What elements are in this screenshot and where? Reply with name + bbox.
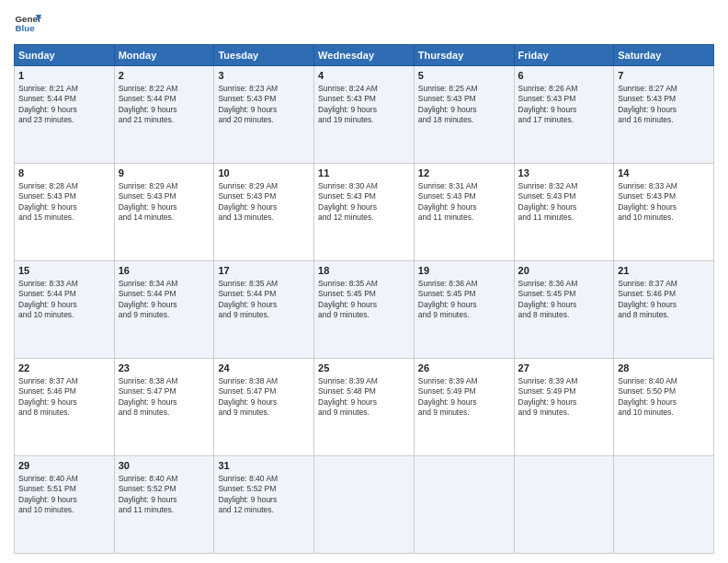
day-cell: 27Sunrise: 8:39 AMSunset: 5:49 PMDayligh… (514, 359, 614, 456)
daylight-minutes: and 19 minutes. (318, 115, 373, 124)
daylight-minutes: and 9 minutes. (318, 408, 370, 417)
daylight-text: Daylight: 9 hours (218, 495, 277, 504)
daylight-minutes: and 9 minutes. (418, 310, 470, 319)
daylight-text: Daylight: 9 hours (518, 202, 577, 212)
daylight-minutes: and 17 minutes. (518, 115, 574, 124)
sunset-text: Sunset: 5:43 PM (318, 94, 376, 103)
day-cell (514, 456, 614, 554)
daylight-text: Daylight: 9 hours (518, 300, 577, 309)
day-cell: 14Sunrise: 8:33 AMSunset: 5:43 PMDayligh… (614, 164, 714, 261)
day-cell: 7Sunrise: 8:27 AMSunset: 5:43 PMDaylight… (614, 66, 714, 164)
day-number: 15 (18, 264, 110, 278)
calendar-table: Sunday Monday Tuesday Wednesday Thursday… (14, 44, 714, 554)
day-number: 3 (218, 69, 310, 83)
day-cell: 6Sunrise: 8:26 AMSunset: 5:43 PMDaylight… (514, 66, 614, 164)
sunset-text: Sunset: 5:43 PM (418, 94, 476, 103)
sunset-text: Sunset: 5:46 PM (618, 289, 676, 298)
sunset-text: Sunset: 5:47 PM (119, 386, 176, 396)
day-number: 27 (518, 362, 610, 375)
daylight-minutes: and 9 minutes. (518, 408, 570, 417)
sunrise-text: Sunrise: 8:32 AM (518, 181, 578, 190)
col-saturday: Saturday (614, 45, 714, 66)
week-row-5: 29Sunrise: 8:40 AMSunset: 5:51 PMDayligh… (15, 456, 714, 554)
sunset-text: Sunset: 5:43 PM (218, 94, 276, 103)
sunset-text: Sunset: 5:46 PM (18, 386, 76, 396)
daylight-text: Daylight: 9 hours (318, 105, 377, 114)
daylight-minutes: and 23 minutes. (18, 115, 74, 124)
daylight-text: Daylight: 9 hours (218, 300, 277, 309)
daylight-minutes: and 9 minutes. (218, 310, 269, 319)
sunrise-text: Sunrise: 8:40 AM (218, 474, 278, 483)
day-number: 19 (418, 264, 510, 278)
col-thursday: Thursday (414, 45, 514, 66)
daylight-text: Daylight: 9 hours (119, 105, 177, 114)
sunset-text: Sunset: 5:47 PM (218, 386, 276, 396)
daylight-minutes: and 12 minutes. (318, 213, 373, 222)
daylight-text: Daylight: 9 hours (618, 105, 677, 114)
daylight-text: Daylight: 9 hours (18, 495, 77, 504)
daylight-minutes: and 21 minutes. (119, 115, 174, 124)
day-number: 13 (518, 167, 610, 180)
daylight-minutes: and 9 minutes. (119, 310, 170, 319)
daylight-text: Daylight: 9 hours (218, 105, 277, 114)
daylight-text: Daylight: 9 hours (418, 397, 477, 407)
sunset-text: Sunset: 5:45 PM (518, 289, 576, 298)
sunrise-text: Sunrise: 8:36 AM (518, 279, 578, 288)
day-number: 17 (218, 264, 310, 278)
sunrise-text: Sunrise: 8:24 AM (318, 84, 378, 93)
daylight-minutes: and 14 minutes. (119, 213, 174, 222)
sunrise-text: Sunrise: 8:35 AM (318, 279, 378, 288)
day-cell: 11Sunrise: 8:30 AMSunset: 5:43 PMDayligh… (314, 164, 415, 261)
day-cell: 29Sunrise: 8:40 AMSunset: 5:51 PMDayligh… (15, 456, 115, 554)
col-friday: Friday (514, 45, 614, 66)
day-cell: 9Sunrise: 8:29 AMSunset: 5:43 PMDaylight… (114, 164, 214, 261)
daylight-text: Daylight: 9 hours (618, 202, 677, 212)
day-number: 23 (119, 362, 210, 375)
sunrise-text: Sunrise: 8:35 AM (218, 279, 278, 288)
daylight-text: Daylight: 9 hours (218, 397, 277, 407)
daylight-text: Daylight: 9 hours (119, 300, 177, 309)
day-cell: 18Sunrise: 8:35 AMSunset: 5:45 PMDayligh… (314, 261, 415, 359)
sunrise-text: Sunrise: 8:37 AM (18, 376, 78, 385)
day-number: 21 (618, 264, 710, 278)
daylight-minutes: and 18 minutes. (418, 115, 473, 124)
day-number: 9 (119, 167, 210, 180)
sunset-text: Sunset: 5:50 PM (618, 386, 676, 396)
daylight-minutes: and 9 minutes. (218, 408, 269, 417)
daylight-minutes: and 8 minutes. (518, 310, 570, 319)
daylight-text: Daylight: 9 hours (18, 202, 77, 212)
day-cell: 12Sunrise: 8:31 AMSunset: 5:43 PMDayligh… (414, 164, 514, 261)
sunset-text: Sunset: 5:43 PM (418, 191, 476, 201)
sunrise-text: Sunrise: 8:23 AM (218, 84, 278, 93)
day-cell: 23Sunrise: 8:38 AMSunset: 5:47 PMDayligh… (114, 359, 214, 456)
day-cell: 1Sunrise: 8:21 AMSunset: 5:44 PMDaylight… (15, 66, 115, 164)
sunrise-text: Sunrise: 8:39 AM (518, 376, 578, 385)
header-row: Sunday Monday Tuesday Wednesday Thursday… (15, 45, 714, 66)
day-cell: 31Sunrise: 8:40 AMSunset: 5:52 PMDayligh… (214, 456, 314, 554)
sunrise-text: Sunrise: 8:30 AM (318, 181, 378, 190)
day-number: 28 (618, 362, 710, 375)
daylight-text: Daylight: 9 hours (18, 397, 77, 407)
day-number: 4 (318, 69, 410, 83)
day-number: 29 (18, 459, 110, 473)
sunset-text: Sunset: 5:44 PM (119, 289, 176, 298)
sunset-text: Sunset: 5:43 PM (318, 191, 376, 201)
sunrise-text: Sunrise: 8:40 AM (618, 376, 677, 385)
daylight-minutes: and 8 minutes. (18, 408, 70, 417)
day-number: 2 (119, 69, 210, 83)
sunset-text: Sunset: 5:43 PM (518, 191, 576, 201)
sunset-text: Sunset: 5:49 PM (418, 386, 476, 396)
day-cell: 28Sunrise: 8:40 AMSunset: 5:50 PMDayligh… (614, 359, 714, 456)
daylight-minutes: and 11 minutes. (518, 213, 574, 222)
day-cell: 22Sunrise: 8:37 AMSunset: 5:46 PMDayligh… (15, 359, 115, 456)
sunrise-text: Sunrise: 8:21 AM (18, 84, 78, 93)
daylight-text: Daylight: 9 hours (318, 397, 377, 407)
sunset-text: Sunset: 5:43 PM (618, 94, 676, 103)
col-tuesday: Tuesday (214, 45, 314, 66)
week-row-4: 22Sunrise: 8:37 AMSunset: 5:46 PMDayligh… (15, 359, 714, 456)
sunrise-text: Sunrise: 8:25 AM (418, 84, 478, 93)
daylight-minutes: and 10 minutes. (618, 408, 673, 417)
day-number: 7 (618, 69, 710, 83)
daylight-text: Daylight: 9 hours (318, 300, 377, 309)
col-monday: Monday (114, 45, 214, 66)
